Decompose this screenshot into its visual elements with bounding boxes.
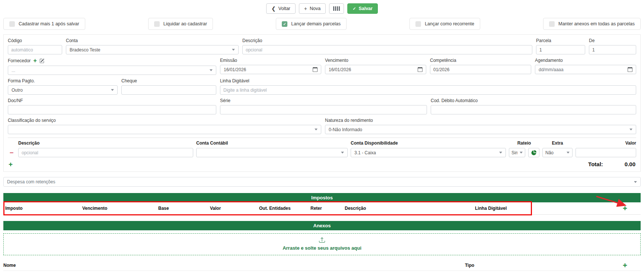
back-button[interactable]: ❮ Voltar [266, 3, 296, 14]
despesa-retencoes-select[interactable]: Despesa com retenções [3, 177, 641, 187]
option-label: Liquidar ao cadastrar [163, 21, 207, 26]
checkbox-lancar-parcelas[interactable] [282, 21, 287, 27]
serie-input[interactable] [220, 105, 427, 114]
checkbox-manter-anexos[interactable] [549, 21, 555, 27]
add-imposto-icon[interactable]: + [623, 204, 627, 213]
chevron-down-icon [315, 129, 318, 130]
fornecedor-value: ... [12, 68, 15, 73]
impostos-header-imposto: Imposto [5, 206, 82, 211]
checkbox-cadastrar-mais[interactable] [9, 21, 15, 27]
forma-pagto-select[interactable]: Outro [8, 85, 118, 95]
option-liquidar[interactable]: Liquidar ao cadastrar [148, 18, 213, 30]
agendamento-date-input[interactable]: dd/mm/aaaa [535, 65, 636, 74]
anexos-section-header: Anexos [3, 221, 641, 230]
new-button[interactable]: + Nova [299, 3, 326, 14]
cod-debito-label: Cod. Débito Automático [431, 98, 636, 103]
descricao-input[interactable] [242, 45, 532, 54]
serie-label: Série [220, 98, 427, 103]
linha-digitavel-label: Linha Digitável [220, 78, 636, 83]
chevron-down-icon [499, 152, 502, 154]
option-label: Lançar como recorrente [425, 21, 474, 26]
chevron-down-icon [232, 49, 235, 51]
chevron-down-icon [210, 69, 213, 71]
anexos-header-nome: Nome [3, 263, 16, 268]
anexos-header-tipo: Tipo [465, 263, 474, 268]
columns-icon [333, 6, 340, 11]
items-header-row: Descrição Conta Contábil Conta Disponibi… [8, 140, 636, 146]
file-dropzone[interactable]: Arraste e solte seus arquivos aqui [3, 233, 641, 255]
option-label: Lançar demais parcelas [291, 21, 341, 26]
total-label: Total: [588, 161, 603, 167]
cheque-input[interactable] [121, 85, 216, 95]
item-extra-select[interactable]: Não [542, 148, 573, 157]
parcela-input[interactable] [536, 45, 585, 54]
cod-debito-input[interactable] [431, 105, 636, 114]
chevron-down-icon [341, 152, 344, 154]
edit-fornecedor-icon[interactable] [39, 59, 44, 63]
natureza-label: Natureza do rendimento [325, 118, 636, 123]
add-anexo-icon[interactable]: + [623, 261, 627, 270]
save-button-label: Salvar [358, 6, 373, 11]
impostos-header-linha-digitavel: Linha Digitável [475, 206, 531, 211]
plus-icon: + [304, 6, 307, 11]
option-cadastrar-mais[interactable]: Cadastrar mais 1 após salvar [3, 18, 85, 30]
expense-form-panel: Código Conta Bradesco Teste Descrição Pa… [3, 34, 641, 172]
remove-item-icon[interactable]: − [8, 149, 15, 156]
calendar-icon[interactable] [313, 67, 318, 72]
impostos-header-reter: Reter [310, 206, 345, 211]
option-manter-anexos[interactable]: Manter anexos em todas as parcelas [543, 18, 641, 30]
option-recorrente[interactable]: Lançar como recorrente [409, 18, 480, 30]
item-descricao-input[interactable] [18, 148, 193, 157]
agendamento-value: dd/mm/aaaa [539, 67, 564, 72]
items-header-extra: Extra [542, 140, 573, 146]
items-table: Descrição Conta Contábil Conta Disponibi… [8, 138, 636, 168]
items-total: Total: 0.00 [588, 161, 635, 167]
item-valor-input[interactable] [576, 148, 636, 157]
columns-button[interactable] [329, 3, 344, 14]
checkbox-recorrente[interactable] [415, 21, 421, 27]
cheque-label: Cheque [121, 78, 216, 83]
descricao-label: Descrição [242, 38, 532, 43]
de-input[interactable] [589, 45, 636, 54]
emissao-label: Emissão [220, 58, 321, 63]
doc-nf-input[interactable] [8, 105, 216, 114]
impostos-header-base: Base [158, 206, 210, 211]
option-lancar-parcelas[interactable]: Lançar demais parcelas [276, 18, 347, 30]
linha-digitavel-input[interactable] [220, 85, 636, 95]
fornecedor-select[interactable]: ... [8, 66, 216, 75]
chevron-down-icon [634, 181, 637, 183]
emissao-date-input[interactable]: 16/01/2026 [220, 65, 321, 74]
natureza-select[interactable]: 0-Não Informado [325, 125, 636, 134]
chevron-down-icon [629, 129, 632, 130]
option-label: Cadastrar mais 1 após salvar [19, 21, 79, 26]
natureza-value: 0-Não Informado [329, 127, 362, 132]
checkbox-liquidar[interactable] [154, 21, 160, 27]
agendamento-label: Agendamento [535, 58, 636, 63]
add-fornecedor-icon[interactable]: + [33, 58, 36, 64]
emissao-value: 16/01/2026 [224, 67, 246, 72]
vencimento-date-input[interactable]: 16/01/2026 [325, 65, 426, 74]
option-label: Manter anexos em todas as parcelas [558, 21, 635, 26]
item-rateio-select[interactable]: Sim [509, 148, 525, 157]
competencia-label: Competência [430, 58, 531, 63]
chevron-down-icon [567, 152, 570, 154]
top-toolbar: ❮ Voltar + Nova ✓ Salvar [0, 0, 644, 18]
conta-select[interactable]: Bradesco Teste [66, 45, 239, 54]
save-button[interactable]: ✓ Salvar [347, 3, 378, 14]
items-header-rateio: Rateio [509, 140, 539, 146]
item-conta-disponibilidade-select[interactable]: 3.1 - Caixa [351, 148, 506, 157]
items-header-conta-contabil: Conta Contábil [196, 140, 348, 146]
calendar-icon[interactable] [628, 67, 632, 72]
add-item-icon[interactable]: + [9, 161, 13, 168]
new-button-label: Nova [310, 6, 321, 11]
conta-value: Bradesco Teste [70, 47, 101, 53]
calendar-icon[interactable] [418, 67, 423, 72]
items-header-conta-disponibilidade: Conta Disponibilidade [351, 140, 506, 146]
pie-chart-icon [531, 150, 537, 156]
classificacao-select[interactable] [8, 125, 321, 134]
codigo-input[interactable] [8, 45, 62, 54]
item-conta-contabil-select[interactable] [196, 148, 348, 157]
rateio-pie-button[interactable] [528, 148, 539, 157]
competencia-input[interactable] [430, 65, 531, 74]
fornecedor-label-row: Fornecedor + [8, 58, 216, 64]
